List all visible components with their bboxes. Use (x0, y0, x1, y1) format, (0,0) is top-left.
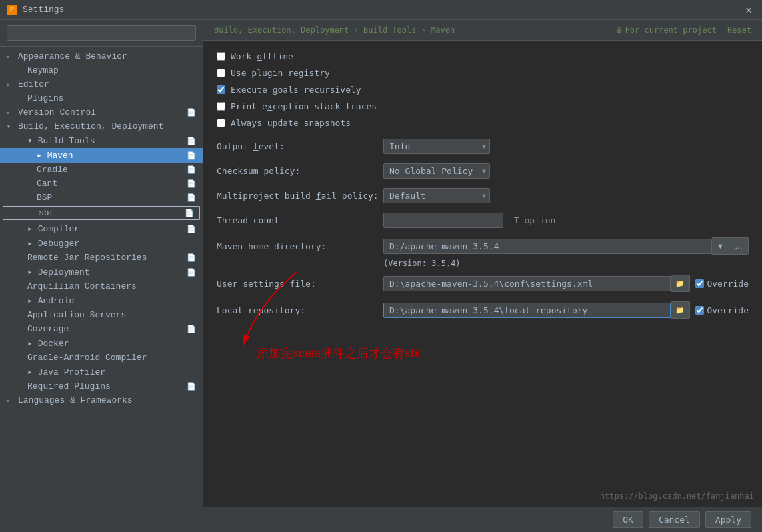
sidebar-item-label: BSP (37, 193, 52, 203)
execute-goals-label: Execute goals recursively (231, 85, 361, 95)
sidebar-item-label: Editor (18, 79, 49, 89)
sidebar-item-label: ▾ Build Tools (27, 135, 95, 146)
user-settings-input[interactable] (383, 276, 671, 291)
sidebar-item-build-execution-deployment[interactable]: ▾ Build, Execution, Deployment (0, 119, 203, 133)
sidebar-item-appearance-behavior[interactable]: ▸ Appearance & Behavior (0, 49, 203, 63)
arrow-icon (7, 152, 15, 159)
sidebar-item-languages-frameworks[interactable]: ▸ Languages & Frameworks (0, 393, 203, 407)
bottom-bar: OK Cancel Apply (203, 507, 762, 532)
local-repo-override-checkbox[interactable] (695, 306, 704, 315)
main-layout: 🔍 ▸ Appearance & Behavior Keymap ▸ Edito… (0, 20, 762, 532)
sidebar-item-bsp[interactable]: BSP 📄 (0, 191, 203, 205)
sidebar-item-gradle-android-compiler[interactable]: Gradle-Android Compiler (0, 351, 203, 365)
sidebar-item-plugins[interactable]: Plugins (0, 91, 203, 105)
page-icon: 📄 (187, 253, 196, 262)
page-icon: 📄 (187, 382, 196, 391)
user-settings-control: 📁 (383, 275, 690, 292)
user-settings-browse-btn[interactable]: 📁 (671, 275, 690, 292)
arrow-icon: ▸ (7, 53, 15, 61)
sidebar: 🔍 ▸ Appearance & Behavior Keymap ▸ Edito… (0, 20, 203, 532)
work-offline-checkbox[interactable] (217, 52, 225, 61)
print-exception-label: Print exception stack traces (231, 101, 377, 111)
sidebar-item-version-control[interactable]: ▸ Version Control 📄 (0, 105, 203, 119)
output-level-row: Output level: Info Debug Warn Error ▼ (217, 139, 749, 154)
sidebar-item-application-servers[interactable]: Application Servers (0, 308, 203, 322)
nav-list: ▸ Appearance & Behavior Keymap ▸ Editor … (0, 47, 203, 532)
arrow-icon (7, 283, 15, 290)
ok-button[interactable]: OK (613, 511, 643, 528)
cancel-button[interactable]: Cancel (649, 511, 700, 528)
arrow-icon (7, 297, 15, 305)
local-repo-override-label: Override (707, 305, 749, 315)
page-icon: 📄 (187, 193, 196, 202)
arrow-icon (7, 383, 15, 390)
multiproject-policy-row: Multiproject build fail policy: Default … (217, 188, 749, 203)
arrow-icon (9, 209, 17, 217)
sidebar-item-compiler[interactable]: ▸ Compiler 📄 (0, 221, 203, 236)
sidebar-item-label: Application Servers (27, 310, 126, 320)
content-area: Build, Execution, Deployment › Build Too… (203, 20, 762, 532)
multiproject-policy-dropdown-wrapper: Default Never After At End Always ▼ (383, 188, 490, 203)
sidebar-item-debugger[interactable]: ▸ Debugger (0, 236, 203, 251)
use-plugin-registry-checkbox[interactable] (217, 69, 225, 77)
sidebar-item-editor[interactable]: ▸ Editor (0, 77, 203, 91)
always-update-row: Always update snapshots (217, 118, 749, 128)
sidebar-item-arquillian[interactable]: Arquillian Containers (0, 279, 203, 293)
search-input[interactable] (7, 25, 196, 41)
sidebar-item-android[interactable]: ▸ Android (0, 293, 203, 308)
close-button[interactable]: ✕ (742, 3, 755, 17)
sidebar-item-docker[interactable]: ▸ Docker (0, 336, 203, 351)
checksum-policy-dropdown-wrapper: No Global Policy Strict Warn Ignore ▼ (383, 163, 490, 179)
sidebar-item-label: Remote Jar Repositories (27, 253, 147, 263)
reset-button[interactable]: Reset (727, 25, 751, 35)
arrow-icon (7, 340, 15, 347)
search-wrapper: 🔍 (7, 25, 196, 41)
page-icon: 📄 (187, 137, 196, 145)
sidebar-item-label: Languages & Frameworks (18, 395, 133, 405)
sidebar-item-sbt[interactable]: sbt 📄 (3, 206, 200, 220)
checksum-policy-select[interactable]: No Global Policy Strict Warn Ignore (383, 163, 490, 179)
maven-home-input[interactable] (383, 239, 712, 254)
t-option-label: -T option (509, 215, 555, 225)
output-level-label: Output level: (217, 141, 383, 151)
sidebar-item-java-profiler[interactable]: ▸ Java Profiler (0, 365, 203, 379)
maven-home-browse-btn[interactable]: … (729, 237, 749, 255)
output-level-dropdown-wrapper: Info Debug Warn Error ▼ (383, 139, 490, 154)
sidebar-item-label: Plugins (27, 93, 64, 103)
sidebar-item-gradle[interactable]: Gradle 📄 (0, 163, 203, 177)
sidebar-item-gant[interactable]: Gant 📄 (0, 177, 203, 191)
thread-count-input[interactable] (383, 213, 503, 228)
local-repo-control: 📁 (383, 301, 690, 319)
maven-home-dropdown-btn[interactable]: ▼ (712, 237, 729, 255)
sidebar-item-maven[interactable]: ▸ Maven 📄 (0, 148, 203, 163)
work-offline-row: Work offline (217, 51, 749, 61)
sidebar-item-label: Version Control (18, 107, 96, 117)
thread-count-row: Thread count -T option (217, 213, 749, 228)
sidebar-item-label: Keymap (27, 65, 59, 75)
always-update-checkbox[interactable] (217, 119, 225, 127)
apply-button[interactable]: Apply (705, 511, 751, 528)
sidebar-item-remote-jar-repos[interactable]: Remote Jar Repositories 📄 (0, 251, 203, 265)
sidebar-item-coverage[interactable]: Coverage 📄 (0, 322, 203, 336)
output-level-select[interactable]: Info Debug Warn Error (383, 139, 490, 154)
settings-panel: Work offline Use plugin registry Execute… (203, 41, 762, 507)
arrow-icon (7, 225, 15, 233)
sidebar-item-label: Required Plugins (27, 381, 111, 391)
multiproject-policy-select[interactable]: Default Never After At End Always (383, 188, 490, 203)
maven-home-control: ▼ … (383, 237, 749, 255)
sidebar-item-deployment[interactable]: ▸ Deployment 📄 (0, 265, 203, 279)
user-settings-override-checkbox[interactable] (695, 279, 704, 288)
sidebar-item-label: Gradle-Android Compiler (27, 353, 147, 363)
local-repo-browse-btn[interactable]: 📁 (671, 301, 690, 319)
checksum-policy-row: Checksum policy: No Global Policy Strict… (217, 163, 749, 179)
annotation-area: 添加完scala插件之后才会有sbt (257, 345, 749, 361)
sidebar-item-keymap[interactable]: Keymap (0, 63, 203, 77)
print-exception-checkbox[interactable] (217, 102, 225, 111)
use-plugin-registry-label: Use plugin registry (231, 68, 330, 78)
app-icon: P (7, 5, 17, 15)
execute-goals-checkbox[interactable] (217, 85, 225, 94)
sidebar-item-required-plugins[interactable]: Required Plugins 📄 (0, 379, 203, 393)
sidebar-item-build-tools[interactable]: ▾ Build Tools 📄 (0, 133, 203, 148)
breadcrumb: Build, Execution, Deployment › Build Too… (214, 25, 455, 35)
local-repo-input[interactable] (383, 303, 671, 318)
